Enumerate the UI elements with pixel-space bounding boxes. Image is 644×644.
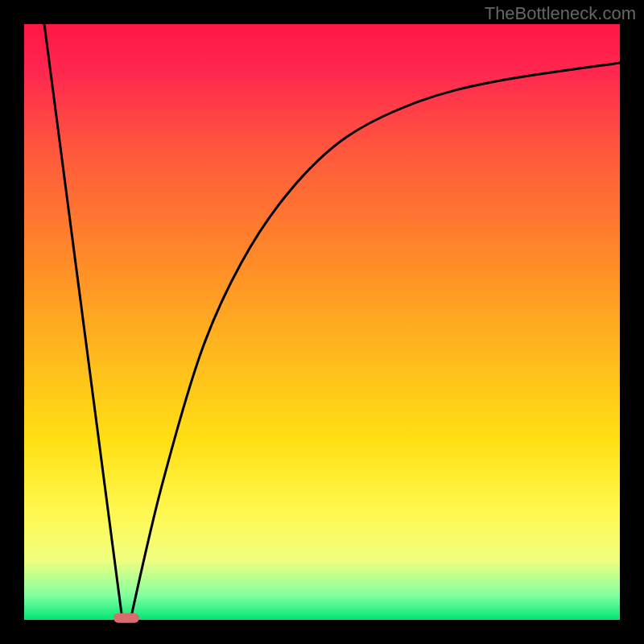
minimum-marker bbox=[114, 613, 139, 623]
watermark-text: TheBottleneck.com bbox=[485, 3, 636, 24]
chart-svg bbox=[0, 0, 644, 644]
chart-container: TheBottleneck.com bbox=[0, 0, 644, 644]
plot-background bbox=[24, 24, 620, 620]
